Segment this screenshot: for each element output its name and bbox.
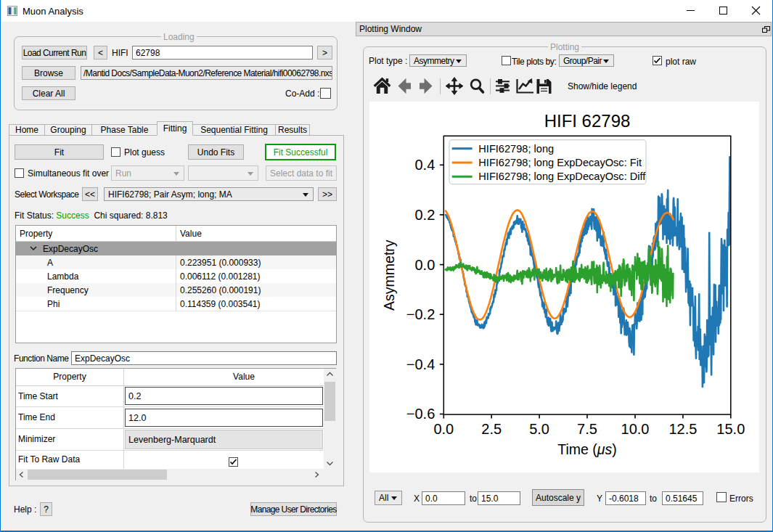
svg-text:HIFI62798; long ExpDecayOsc: F: HIFI62798; long ExpDecayOsc: Fit	[478, 157, 642, 168]
svg-text:Time (μs): Time (μs)	[557, 441, 616, 457]
svg-text:2.5: 2.5	[481, 421, 502, 437]
svg-text:0.4: 0.4	[414, 157, 435, 173]
svg-text:−0.4: −0.4	[406, 356, 435, 372]
svg-text:12.5: 12.5	[668, 421, 697, 437]
svg-text:5.0: 5.0	[529, 421, 549, 437]
svg-text:0.0: 0.0	[433, 421, 454, 437]
svg-text:−0.6: −0.6	[406, 406, 435, 422]
svg-text:10.0: 10.0	[621, 421, 650, 437]
svg-text:Asymmetry: Asymmetry	[381, 240, 397, 311]
svg-text:HIFI 62798: HIFI 62798	[544, 111, 631, 131]
svg-text:HIFI62798; long: HIFI62798; long	[478, 143, 554, 155]
svg-text:7.5: 7.5	[577, 421, 597, 437]
svg-text:−0.2: −0.2	[406, 306, 435, 322]
svg-text:HIFI62798; long ExpDecayOsc: D: HIFI62798; long ExpDecayOsc: Diff	[478, 171, 646, 182]
svg-text:15.0: 15.0	[716, 421, 745, 437]
svg-text:0.2: 0.2	[414, 207, 435, 223]
svg-text:0.0: 0.0	[414, 257, 435, 273]
